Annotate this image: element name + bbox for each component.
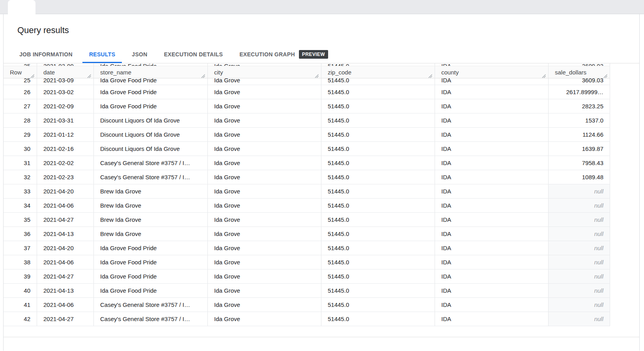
- cell-city: Ida Grove: [208, 156, 321, 170]
- cell-county: IDA: [435, 184, 549, 198]
- cell-county: IDA: [435, 170, 549, 184]
- tab-label: JSON: [132, 51, 147, 58]
- column-resize-handle-icon[interactable]: [603, 72, 607, 76]
- cell-date: 2021-02-02: [37, 156, 94, 170]
- cell-store_name: Discount Liquors Of Ida Grove: [94, 128, 208, 141]
- tab-job-information[interactable]: JOB INFORMATION: [13, 46, 79, 63]
- cell-city: Ida Grove: [208, 128, 321, 141]
- cell-date: 2021-04-13: [37, 227, 94, 241]
- cell-date: 2021-04-27: [37, 213, 94, 227]
- tab-results[interactable]: RESULTS: [82, 46, 122, 63]
- cell-zip_code: 51445.0: [321, 312, 435, 326]
- cell-zip_code: 51445.0: [321, 284, 435, 297]
- cell-city: Ida Grove: [208, 199, 321, 212]
- cell-date: 2021-02-16: [37, 142, 94, 156]
- cell-row: 26: [4, 85, 37, 99]
- table-row-clipped: 252021-03-09Ida Grove Food PrideIda Grov…: [4, 78, 610, 85]
- table-row: 262021-03-02Ida Grove Food PrideIda Grov…: [4, 85, 610, 99]
- column-header-store_name[interactable]: store_name: [94, 66, 208, 78]
- cell-row: 37: [4, 241, 37, 255]
- cell-city: Ida Grove: [208, 184, 321, 198]
- column-header-date[interactable]: date: [37, 66, 94, 78]
- cell-store_name: Ida Grove Food Pride: [94, 284, 208, 297]
- cell-county: IDA: [435, 199, 549, 212]
- cell-sale_dollars: 1639.87: [549, 142, 610, 156]
- cell-store_name: Brew Ida Grove: [94, 227, 208, 241]
- tab-label: EXECUTION DETAILS: [164, 51, 223, 58]
- cell-sale_dollars: 1124.66: [549, 128, 610, 141]
- tab-json[interactable]: JSON: [125, 46, 154, 63]
- cell-county: IDA: [435, 227, 549, 241]
- table-row: 392021-04-27Ida Grove Food PrideIda Grov…: [4, 269, 610, 284]
- cell-sale_dollars: 2823.25: [549, 99, 610, 113]
- tab-execution-details[interactable]: EXECUTION DETAILS: [157, 46, 230, 63]
- column-header-city[interactable]: city: [208, 66, 321, 78]
- column-header-zip_code[interactable]: zip_code: [321, 66, 435, 78]
- cell-city: Ida Grove: [208, 298, 321, 312]
- cell-date: 2021-04-27: [37, 312, 94, 326]
- cell-store_name: Discount Liquors Of Ida Grove: [94, 142, 208, 156]
- cell-zip_code: 51445.0: [321, 142, 435, 156]
- cell-zip_code: 51445.0: [321, 269, 435, 283]
- table-row-clipped-top: 252021-03-09Ida Grove Food PrideIda Grov…: [4, 63, 610, 66]
- table-row: 372021-04-20Ida Grove Food PrideIda Grov…: [4, 241, 610, 255]
- cell-store_name: Casey's General Store #3757 / I…: [94, 170, 208, 184]
- query-results-panel: Query results JOB INFORMATIONRESULTSJSON…: [3, 14, 640, 351]
- cell-store_name: Brew Ida Grove: [94, 184, 208, 198]
- cell-city: Ida Grove: [208, 85, 321, 99]
- column-resize-handle-icon[interactable]: [542, 72, 546, 76]
- column-header-row[interactable]: Row: [4, 66, 37, 78]
- cell-zip_code: 51445.0: [321, 99, 435, 113]
- cell-sale_dollars: 2617.89999…: [549, 85, 610, 99]
- tab-label: JOB INFORMATION: [19, 51, 73, 58]
- cell-store_name: Brew Ida Grove: [94, 199, 208, 212]
- column-resize-handle-icon[interactable]: [315, 72, 319, 76]
- cell-city: Ida Grove: [208, 227, 321, 241]
- column-header-sale_dollars[interactable]: sale_dollars: [549, 66, 610, 78]
- top-chrome-strip: [0, 0, 644, 14]
- column-label: zip_code: [328, 69, 351, 76]
- table-row: 382021-04-06Ida Grove Food PrideIda Grov…: [4, 255, 610, 269]
- cell-city: Ida Grove: [208, 213, 321, 227]
- column-label: Row: [10, 69, 22, 76]
- cell-row: 38: [4, 255, 37, 269]
- cell-county: IDA: [435, 99, 549, 113]
- cell-date: 2021-04-20: [37, 184, 94, 198]
- table-row: 282021-03-31Discount Liquors Of Ida Grov…: [4, 113, 610, 128]
- table-row: 302021-02-16Discount Liquors Of Ida Grov…: [4, 142, 610, 156]
- editor-tab[interactable]: [8, 0, 35, 14]
- results-table: 252021-03-09Ida Grove Food PrideIda Grov…: [4, 63, 639, 326]
- cell-date: 2021-01-12: [37, 128, 94, 141]
- column-header-county[interactable]: county: [435, 66, 549, 78]
- cell-row: 31: [4, 156, 37, 170]
- cell-city: Ida Grove: [208, 284, 321, 297]
- clipped-row-25: 252021-03-09Ida Grove Food PrideIda Grov…: [4, 78, 610, 85]
- column-resize-handle-icon[interactable]: [30, 72, 34, 76]
- cell-row: 32: [4, 170, 37, 184]
- cell-row: 36: [4, 227, 37, 241]
- cell-zip_code: 51445.0: [321, 128, 435, 141]
- cell-row: 42: [4, 312, 37, 326]
- clipped-row-top-fragment: 252021-03-09Ida Grove Food PrideIda Grov…: [4, 63, 610, 66]
- table-row: 332021-04-20Brew Ida GroveIda Grove51445…: [4, 184, 610, 199]
- tab-execution-graph[interactable]: EXECUTION GRAPHPREVIEW: [233, 46, 335, 63]
- cell-row: 39: [4, 269, 37, 283]
- cell-date: 2021-02-23: [37, 170, 94, 184]
- column-label: store_name: [100, 69, 131, 76]
- column-resize-handle-icon[interactable]: [428, 72, 432, 76]
- cell-county: IDA: [435, 298, 549, 312]
- cell-sale_dollars: null: [549, 284, 610, 297]
- cell-zip_code: 51445.0: [321, 63, 435, 66]
- column-resize-handle-icon[interactable]: [87, 72, 91, 76]
- cell-row: 27: [4, 99, 37, 113]
- cell-date: 2021-04-20: [37, 241, 94, 255]
- cell-row: 30: [4, 142, 37, 156]
- cell-zip_code: 51445.0: [321, 213, 435, 227]
- cell-store_name: Discount Liquors Of Ida Grove: [94, 113, 208, 127]
- cell-date: 2021-04-06: [37, 255, 94, 269]
- cell-county: IDA: [435, 241, 549, 255]
- column-resize-handle-icon[interactable]: [201, 72, 205, 76]
- cell-date: 2021-04-27: [37, 269, 94, 283]
- cell-city: Ida Grove: [208, 113, 321, 127]
- cell-zip_code: 51445.0: [321, 255, 435, 269]
